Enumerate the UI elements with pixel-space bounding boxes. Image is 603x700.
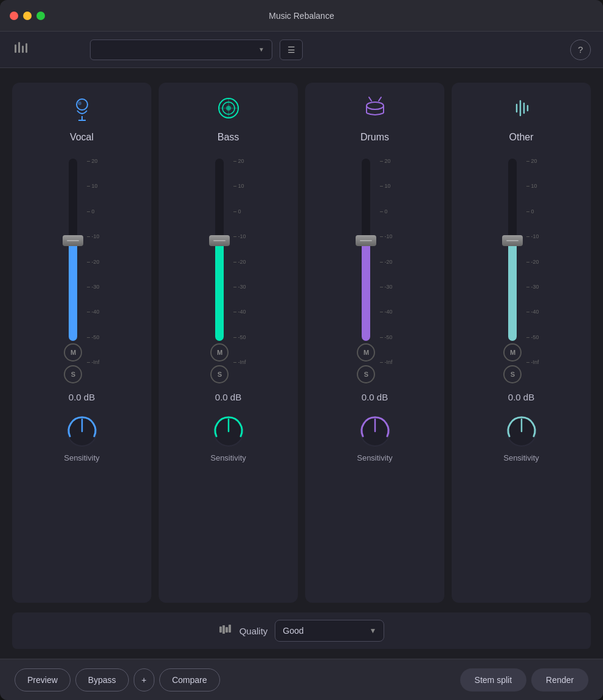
vocal-fader-fill [69, 241, 77, 341]
drums-db-value: 0.0 dB [362, 392, 388, 402]
scale-0: 0 [87, 209, 99, 214]
minimize-button[interactable] [23, 12, 32, 20]
app-window: Music Rebalance ▼ ☰ ? [0, 0, 603, 700]
window-controls [10, 12, 45, 20]
drums-knob-section: Sensitivity [357, 413, 393, 462]
bypass-button[interactable]: Bypass [75, 668, 129, 691]
other-fader-track[interactable] [508, 159, 517, 341]
vocal-solo-button[interactable]: S [64, 365, 82, 383]
help-icon: ? [578, 44, 583, 55]
bass-scale-labels: 20 10 0 -10 -20 -30 -40 -50 -Inf [231, 159, 246, 365]
svg-rect-0 [15, 44, 16, 53]
quality-icon [219, 623, 232, 639]
help-button[interactable]: ? [570, 39, 591, 60]
vocal-sensitivity-knob[interactable] [64, 413, 100, 450]
quality-select-arrow-icon: ▼ [369, 626, 376, 635]
drums-icon [362, 95, 388, 126]
quality-label: Quality [239, 626, 268, 636]
bass-sensitivity-knob[interactable] [210, 413, 247, 450]
bass-knob-section: Sensitivity [210, 413, 247, 462]
quality-row: Quality Good ▼ [12, 612, 591, 649]
vocal-scale-labels: 20 10 0 -10 -20 -30 -40 -50 -Inf [84, 159, 99, 365]
other-solo-button[interactable]: S [503, 365, 522, 383]
bass-mute-button[interactable]: M [210, 343, 229, 362]
scale-10: 10 [87, 184, 99, 189]
title-bar: Music Rebalance [0, 0, 603, 32]
preview-button[interactable]: Preview [15, 668, 71, 691]
vocal-fader-track-wrapper: M S [64, 153, 82, 383]
vocal-knob-section: Sensitivity [64, 413, 100, 462]
svg-rect-31 [222, 625, 225, 634]
other-mute-solo: M S [503, 343, 522, 383]
other-knob-section: Sensitivity [503, 413, 540, 462]
channel-vocal: Vocal M S 20 10 [12, 83, 151, 603]
drums-sensitivity-label: Sensitivity [357, 453, 393, 462]
compare-button[interactable]: Compare [159, 668, 220, 691]
drums-mute-button[interactable]: M [357, 343, 375, 362]
channels-row: Vocal M S 20 10 [12, 83, 591, 603]
scale-n10: -10 [87, 234, 99, 239]
other-sensitivity-knob[interactable] [503, 413, 540, 450]
toolbar: ▼ ☰ ? [0, 32, 603, 68]
drums-scale-labels: 20 10 0 -10 -20 -30 -40 -50 -Inf [377, 159, 392, 365]
scale-inf: -Inf [87, 360, 99, 365]
svg-point-4 [77, 99, 88, 110]
other-fader-handle[interactable] [502, 235, 523, 246]
other-mute-button[interactable]: M [503, 343, 522, 362]
other-icon [508, 95, 535, 126]
vocal-mute-solo: M S [64, 343, 82, 383]
bass-icon [215, 95, 242, 126]
drums-solo-button[interactable]: S [357, 365, 375, 383]
maximize-button[interactable] [36, 12, 45, 20]
window-title: Music Rebalance [269, 11, 334, 21]
bass-label: Bass [218, 132, 239, 143]
scale-20: 20 [87, 159, 99, 164]
bass-fader-track-wrapper: M S [210, 153, 229, 383]
svg-rect-33 [229, 625, 231, 633]
bass-db-value: 0.0 dB [215, 392, 241, 402]
vocal-label: Vocal [70, 132, 94, 143]
logo-icon [12, 39, 29, 60]
vocal-db-value: 0.0 dB [69, 392, 95, 402]
bass-sensitivity-label: Sensitivity [210, 453, 246, 462]
vocal-fader-track[interactable] [69, 159, 77, 341]
svg-point-17 [367, 102, 384, 109]
svg-rect-3 [26, 43, 27, 53]
vocal-sensitivity-label: Sensitivity [64, 453, 100, 462]
plus-button[interactable]: + [134, 668, 154, 691]
drums-fader-track-wrapper: M S [357, 153, 375, 383]
scale-n50: -50 [87, 335, 99, 340]
svg-line-21 [379, 97, 381, 101]
main-content: Vocal M S 20 10 [0, 68, 603, 659]
preset-dropdown[interactable]: ▼ [90, 39, 272, 60]
close-button[interactable] [10, 12, 18, 20]
drums-fader-section: M S 20 10 0 -10 -20 -30 -40 -50 -Inf [357, 153, 392, 383]
bass-fader-fill [215, 241, 224, 341]
scale-n40: -40 [87, 309, 99, 315]
bass-fader-handle[interactable] [209, 235, 230, 246]
stem-split-button[interactable]: Stem split [460, 668, 526, 691]
svg-point-7 [78, 101, 81, 105]
bottom-bar: Preview Bypass + Compare Stem split Rend… [0, 659, 603, 700]
scale-n20: -20 [87, 259, 99, 265]
svg-rect-1 [18, 42, 20, 53]
bass-fader-track[interactable] [215, 159, 224, 341]
quality-select[interactable]: Good ▼ [275, 620, 384, 642]
drums-sensitivity-knob[interactable] [357, 413, 393, 450]
other-db-value: 0.0 dB [508, 392, 534, 402]
drums-fader-handle[interactable] [356, 235, 376, 246]
render-button[interactable]: Render [531, 668, 588, 691]
bottom-right: Stem split Render [460, 668, 588, 691]
preset-dropdown-arrow-icon: ▼ [258, 46, 264, 53]
bass-solo-button[interactable]: S [210, 365, 229, 383]
drums-mute-solo: M S [357, 343, 375, 383]
drums-fader-track[interactable] [362, 159, 370, 341]
vocal-fader-handle[interactable] [63, 235, 83, 246]
other-fader-fill [508, 241, 517, 341]
svg-rect-2 [22, 46, 24, 53]
menu-button[interactable]: ☰ [280, 39, 303, 60]
vocal-mute-button[interactable]: M [64, 343, 82, 362]
svg-line-20 [369, 97, 371, 101]
svg-rect-30 [219, 626, 222, 633]
vocal-fader-section: M S 20 10 0 -10 -20 -30 -40 -50 -Inf [64, 153, 99, 383]
